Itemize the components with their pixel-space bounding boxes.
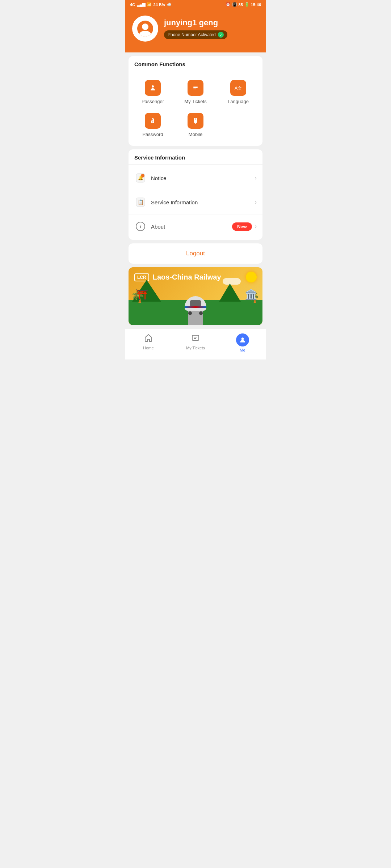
common-functions-card: Common Functions Passenger My bbox=[129, 56, 262, 146]
train-wheels bbox=[185, 311, 206, 315]
avatar[interactable] bbox=[132, 16, 158, 42]
svg-point-14 bbox=[195, 119, 196, 120]
check-icon: ✓ bbox=[218, 32, 224, 38]
service-information-card: Service Information 🔔 Notice › 📋 bbox=[129, 149, 262, 240]
time-display: 15:46 bbox=[251, 3, 261, 7]
alarm-icon: ⏰ bbox=[226, 2, 231, 7]
profile-header: junying1 geng Phone Number Activated ✓ bbox=[125, 8, 266, 52]
cloud-icon: ☁️ bbox=[167, 2, 172, 7]
svg-rect-3 bbox=[193, 86, 198, 86]
avatar-image bbox=[137, 21, 153, 37]
about-right: New › bbox=[232, 222, 257, 231]
service-item-info[interactable]: 📋 Service Information › bbox=[129, 190, 262, 214]
function-language[interactable]: A文 Language bbox=[217, 77, 260, 110]
logout-card[interactable]: Logout bbox=[129, 243, 262, 264]
lcr-banner[interactable]: LCR Laos-China Railway 🌴 🌴 ⛩️ 🏛️ bbox=[129, 267, 262, 325]
notice-label: Notice bbox=[151, 175, 251, 181]
notice-chevron: › bbox=[255, 175, 257, 181]
service-item-notice[interactable]: 🔔 Notice › bbox=[129, 166, 262, 190]
passenger-icon bbox=[145, 80, 161, 96]
service-list: 🔔 Notice › 📋 Service Information › bbox=[129, 165, 262, 240]
me-nav-label: Me bbox=[240, 348, 245, 352]
service-item-about[interactable]: i About New › bbox=[129, 214, 262, 238]
notice-right: › bbox=[255, 175, 257, 181]
svg-text:i: i bbox=[140, 224, 141, 229]
function-passenger[interactable]: Passenger bbox=[131, 77, 174, 110]
svg-rect-4 bbox=[193, 87, 198, 88]
train-body bbox=[185, 296, 206, 311]
phone-badge-text: Phone Number Activated bbox=[168, 32, 216, 37]
status-right: ⏰ 📳 85 🔋 15:46 bbox=[226, 2, 261, 7]
train-wheel-left bbox=[188, 311, 192, 315]
nav-me[interactable]: Me bbox=[219, 332, 266, 354]
nav-my-tickets[interactable]: My Tickets bbox=[172, 332, 219, 354]
functions-grid: Passenger My Tickets A文 Language bbox=[129, 71, 262, 146]
phone-badge: Phone Number Activated ✓ bbox=[164, 30, 227, 39]
common-functions-title: Common Functions bbox=[129, 56, 262, 71]
service-info-icon: 📋 bbox=[134, 196, 147, 208]
password-icon bbox=[145, 113, 161, 129]
about-label: About bbox=[151, 224, 228, 230]
my-tickets-label: My Tickets bbox=[184, 99, 206, 104]
language-label: Language bbox=[228, 99, 249, 104]
tickets-nav-icon bbox=[191, 333, 200, 344]
data-speed: 24 B/s bbox=[153, 3, 165, 7]
banner-train bbox=[185, 296, 206, 314]
home-nav-icon bbox=[144, 333, 153, 344]
svg-point-1 bbox=[152, 85, 154, 88]
logout-button[interactable]: Logout bbox=[186, 250, 205, 257]
train-stripe bbox=[185, 306, 206, 308]
service-info-label: Service Information bbox=[151, 199, 251, 205]
svg-text:📋: 📋 bbox=[138, 199, 144, 205]
language-icon: A文 bbox=[230, 80, 246, 96]
passenger-label: Passenger bbox=[142, 99, 164, 104]
service-info-chevron: › bbox=[255, 199, 257, 205]
service-information-title: Service Information bbox=[129, 149, 262, 165]
my-tickets-icon bbox=[188, 80, 203, 96]
notice-icon: 🔔 bbox=[134, 172, 147, 184]
user-info: junying1 geng Phone Number Activated ✓ bbox=[164, 18, 227, 39]
bottom-nav: Home My Tickets Me bbox=[125, 329, 266, 359]
svg-point-25 bbox=[241, 337, 244, 340]
signal-bars: ▂▄▆ bbox=[137, 2, 146, 7]
function-mobile[interactable]: Mobile bbox=[174, 110, 217, 143]
status-left: 4G ▂▄▆ 📶 24 B/s ☁️ bbox=[130, 2, 172, 7]
banner-gate: 🏛️ bbox=[245, 289, 257, 301]
mobile-label: Mobile bbox=[189, 132, 202, 137]
svg-point-13 bbox=[195, 123, 196, 124]
vibrate-icon: 📳 bbox=[232, 2, 237, 7]
status-bar: 4G ▂▄▆ 📶 24 B/s ☁️ ⏰ 📳 85 🔋 15:46 bbox=[125, 0, 266, 8]
about-icon: i bbox=[134, 220, 147, 233]
home-nav-label: Home bbox=[143, 346, 154, 350]
svg-rect-22 bbox=[192, 335, 199, 340]
me-nav-icon bbox=[236, 333, 249, 346]
train-wheel-right bbox=[199, 311, 203, 315]
function-my-tickets[interactable]: My Tickets bbox=[174, 77, 217, 110]
battery-icon: 🔋 bbox=[244, 2, 249, 7]
banner-mountain-right bbox=[219, 284, 241, 302]
svg-rect-5 bbox=[193, 89, 196, 89]
tickets-nav-label: My Tickets bbox=[186, 346, 205, 350]
function-password[interactable]: Password bbox=[131, 110, 174, 143]
new-badge: New bbox=[232, 222, 252, 231]
svg-text:🔔: 🔔 bbox=[138, 175, 143, 180]
nav-home[interactable]: Home bbox=[125, 332, 172, 354]
about-chevron: › bbox=[255, 223, 257, 230]
svg-point-10 bbox=[152, 122, 154, 123]
service-info-right: › bbox=[255, 199, 257, 205]
wifi-icon: 📶 bbox=[147, 2, 152, 7]
banner-temple: ⛩️ bbox=[136, 289, 148, 301]
password-label: Password bbox=[142, 132, 163, 137]
mobile-icon bbox=[188, 113, 203, 129]
train-window bbox=[190, 300, 201, 307]
svg-text:A文: A文 bbox=[235, 86, 242, 91]
signal-icon: 4G bbox=[130, 3, 135, 7]
banner-title: Laos-China Railway bbox=[153, 273, 221, 281]
username: junying1 geng bbox=[164, 18, 227, 27]
battery-level: 85 bbox=[239, 3, 243, 7]
